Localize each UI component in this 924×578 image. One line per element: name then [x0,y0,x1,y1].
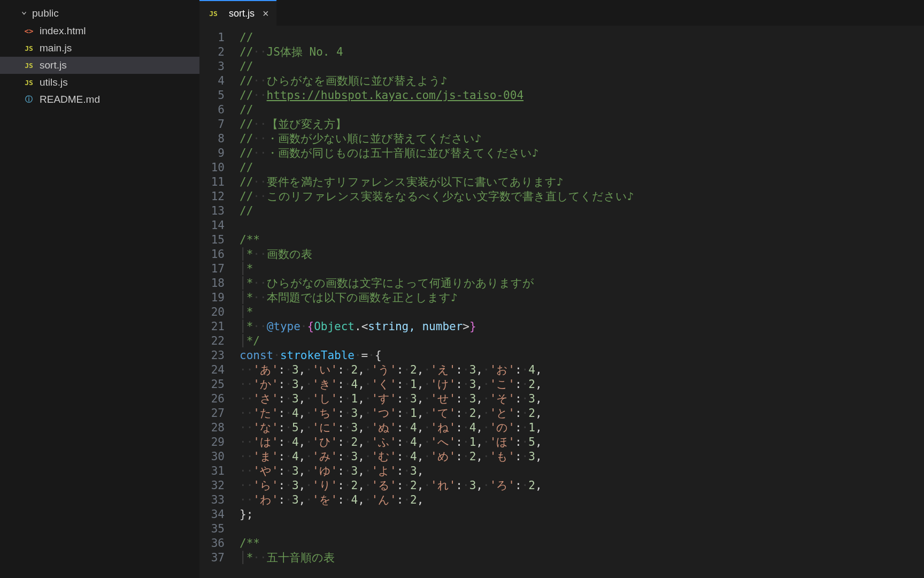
editor-body[interactable]: 1234567891011121314151617181920212223242… [199,26,924,578]
file-name: README.md [40,94,100,105]
close-icon[interactable]: × [263,7,269,20]
code-content[interactable]: ////··JS体操 No. 4////··ひらがなを画数順に並び替えよう♪//… [240,31,924,578]
file-utils-js[interactable]: JSutils.js [0,74,199,91]
html-file-icon: <> [22,27,35,35]
folder-row[interactable]: public [0,4,199,22]
js-file-icon: JS [22,79,35,87]
file-list: <>index.htmlJSmain.jsJSsort.jsJSutils.js… [0,22,199,108]
app-root: public <>index.htmlJSmain.jsJSsort.jsJSu… [0,0,924,578]
js-file-icon: JS [22,62,35,70]
folder-name: public [32,7,59,19]
file-name: main.js [40,42,72,54]
info-icon: ⓘ [22,95,35,104]
file-main-js[interactable]: JSmain.js [0,40,199,57]
file-sort-js[interactable]: JSsort.js [0,57,199,74]
file-name: utils.js [40,77,68,88]
js-file-icon: JS [207,10,220,18]
file-name: index.html [40,25,86,37]
tab-bar: JS sort.js × [199,0,924,26]
file-name: sort.js [40,59,67,71]
chevron-down-icon [20,10,28,17]
file-index-html[interactable]: <>index.html [0,22,199,40]
file-explorer: public <>index.htmlJSmain.jsJSsort.jsJSu… [0,0,199,578]
tab-sort-js[interactable]: JS sort.js × [199,0,276,26]
js-file-icon: JS [22,44,35,52]
file-README-md[interactable]: ⓘREADME.md [0,91,199,108]
line-gutter: 1234567891011121314151617181920212223242… [199,31,240,578]
tab-title: sort.js [229,8,255,19]
editor-area: JS sort.js × 123456789101112131415161718… [199,0,924,578]
